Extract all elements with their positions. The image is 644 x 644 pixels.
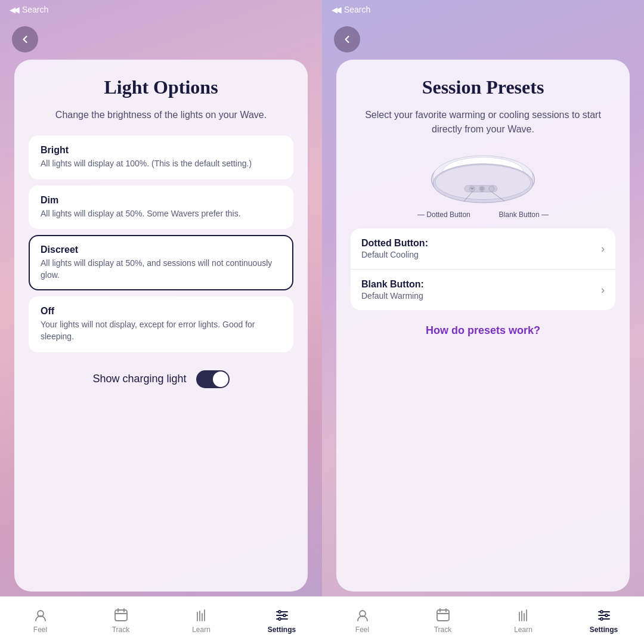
settings-icon-right [596,608,612,623]
right-track-icon [435,608,451,623]
right-back-btn-area [322,19,644,60]
left-nav-track-label: Track [112,626,130,634]
left-back-btn-area [0,19,322,60]
option-bright-title: Bright [41,145,281,156]
option-off[interactable]: Off Your lights will not display, except… [29,296,293,352]
left-card-title: Light Options [29,76,293,98]
right-learn-icon [516,608,531,623]
blank-button-diagram-label: Blank Button [499,210,549,219]
option-discreet-desc: All lights will display at 50%, and sess… [41,258,281,281]
svg-point-48 [600,618,603,620]
preset-dotted-title: Dotted Button: [361,238,428,249]
svg-point-26 [473,188,474,189]
left-back-button[interactable] [12,26,38,52]
svg-point-14 [278,618,281,620]
left-nav-track[interactable]: Track [100,608,142,634]
svg-point-46 [600,611,603,613]
learn-icon [194,608,209,623]
left-nav-learn[interactable]: Learn [181,608,222,634]
svg-point-25 [472,188,473,189]
option-discreet[interactable]: Discreet All lights will display at 50%,… [29,235,293,290]
charging-light-toggle-row: Show charging light [29,366,293,393]
right-panel: ◀ ◀ Search Session Presets Select your f… [322,0,644,644]
left-search-text: ◀ Search [13,5,48,14]
right-card-subtitle: Select your favorite warming or cooling … [351,108,615,137]
option-off-desc: Your lights will not display, except for… [41,319,281,342]
right-status-bar: ◀ ◀ Search [322,0,644,19]
option-dim-title: Dim [41,195,281,206]
left-back-link[interactable]: ◀ ◀ Search [10,5,48,14]
right-card-title: Session Presets [351,76,615,98]
right-nav-learn[interactable]: Learn [503,608,544,634]
preset-blank-text: Blank Button: Default Warming [361,279,424,301]
left-nav-settings-label: Settings [268,626,296,634]
option-bright-desc: All lights will display at 100%. (This i… [41,158,281,170]
svg-point-21 [435,165,531,199]
left-status-bar: ◀ ◀ Search [0,0,322,19]
svg-point-31 [489,186,494,191]
option-dim[interactable]: Dim All lights will display at 50%. Some… [29,185,293,230]
preset-blank-title: Blank Button: [361,279,424,290]
preset-blank-desc: Default Warming [361,291,424,301]
left-main-card: Light Options Change the brightness of t… [14,60,308,592]
preset-blank-chevron: › [601,284,605,296]
svg-point-47 [605,614,608,617]
preset-dotted[interactable]: Dotted Button: Default Cooling › [351,228,615,270]
right-back-button[interactable] [334,26,360,52]
preset-blank[interactable]: Blank Button: Default Warming › [351,270,615,310]
option-discreet-title: Discreet [41,244,281,255]
right-nav-track[interactable]: Track [422,608,464,634]
right-feel-icon [355,608,370,623]
settings-icon-left [274,608,290,623]
svg-rect-1 [115,610,127,621]
left-panel: ◀ ◀ Search Light Options Change the brig… [0,0,322,644]
right-bottom-nav: Feel Track Learn [322,596,644,644]
left-nav-feel[interactable]: Feel [20,608,61,634]
left-nav-settings[interactable]: Settings [261,608,303,634]
device-diagram: Dotted Button Blank Button [351,150,615,219]
preset-dotted-chevron: › [601,243,605,255]
left-nav-feel-label: Feel [33,626,47,634]
right-nav-settings-label: Settings [590,626,618,634]
right-back-link[interactable]: ◀ ◀ Search [332,5,370,14]
how-presets-link-container: How do presets work? [351,324,615,337]
track-icon [113,608,129,623]
presets-container: Dotted Button: Default Cooling › Blank B… [351,228,615,310]
left-bottom-nav: Feel Track Learn [0,596,322,644]
right-main-card: Session Presets Select your favorite war… [336,60,630,592]
left-nav-learn-label: Learn [192,626,210,634]
preset-dotted-desc: Default Cooling [361,250,428,259]
right-nav-track-label: Track [434,626,452,634]
svg-point-27 [472,188,473,190]
right-search-text: ◀ Search [335,5,370,14]
preset-dotted-text: Dotted Button: Default Cooling [361,238,428,259]
right-nav-settings[interactable]: Settings [583,608,625,634]
svg-point-24 [470,188,472,189]
how-presets-link[interactable]: How do presets work? [426,324,540,336]
option-bright[interactable]: Bright All lights will display at 100%. … [29,135,293,179]
feel-icon [33,608,48,623]
right-nav-learn-label: Learn [514,626,532,634]
left-card-subtitle: Change the brightness of the lights on y… [29,108,293,122]
svg-rect-35 [437,610,449,621]
toggle-knob [213,371,228,387]
option-off-title: Off [41,306,281,317]
right-nav-feel[interactable]: Feel [342,608,383,634]
diagram-labels: Dotted Button Blank Button [417,210,549,219]
svg-point-13 [283,614,286,617]
right-nav-feel-label: Feel [355,626,369,634]
charging-light-toggle[interactable] [196,370,230,388]
dotted-button-diagram-label: Dotted Button [417,210,470,219]
charging-light-label: Show charging light [92,373,186,385]
option-dim-desc: All lights will display at 50%. Some Wav… [41,208,281,220]
svg-point-12 [278,611,281,613]
svg-point-30 [481,188,482,189]
